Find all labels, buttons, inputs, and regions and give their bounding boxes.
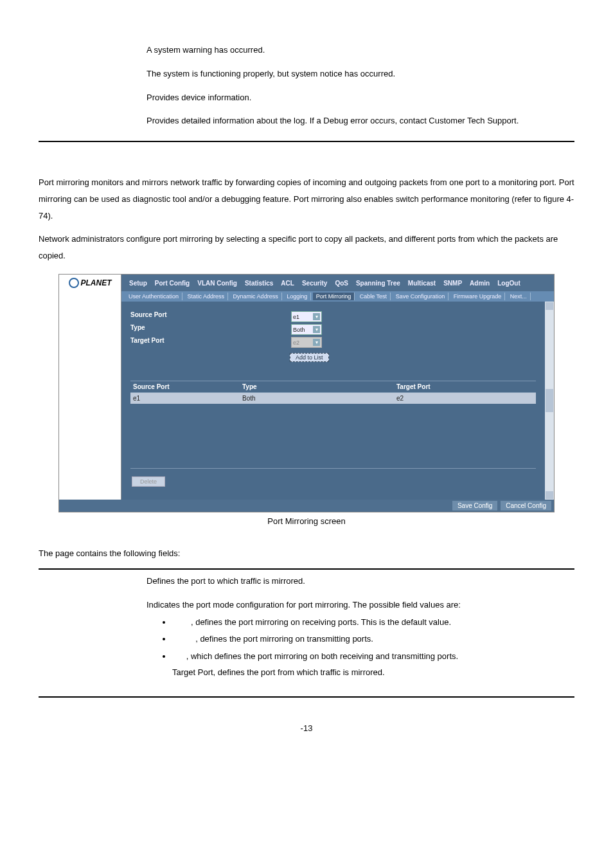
scroll-thumb[interactable] <box>546 389 553 412</box>
brand-logo: PLANET <box>59 275 121 291</box>
label-source-port: Source Port <box>130 311 291 322</box>
tab-item[interactable]: Next... <box>507 293 531 300</box>
tab-item[interactable]: Cable Test <box>357 293 391 300</box>
chevron-down-icon: ▾ <box>313 339 320 346</box>
intro-paragraph-2: Network administrators configure port mi… <box>39 231 574 264</box>
menu-item[interactable]: SNMP <box>443 280 462 287</box>
scroll-down-icon[interactable] <box>546 491 553 499</box>
bullet-tx: _____, defines the port mirroring on tra… <box>172 631 571 647</box>
tab-item[interactable]: Logging <box>283 293 311 300</box>
col-header-target: Target Port <box>396 383 536 390</box>
tab-item[interactable]: Static Address <box>184 293 229 300</box>
menu-item[interactable]: Port Config <box>155 280 190 287</box>
delete-button[interactable]: Delete <box>132 476 165 487</box>
label-type: Type <box>130 324 291 335</box>
fields-intro: The page contains the following fields: <box>39 545 574 562</box>
tab-item[interactable]: Firmware Upgrade <box>450 293 506 300</box>
col-header-type: Type <box>242 383 396 390</box>
severity-description-table: A system warning has occurred. The syste… <box>39 39 574 133</box>
cell-source: e1 <box>130 395 242 402</box>
bullet-rx: ____, defines the port mirroring on rece… <box>172 615 571 631</box>
page-number: -13 <box>39 723 574 733</box>
menu-item[interactable]: Multicast <box>408 280 436 287</box>
select-source-port[interactable]: e1▾ <box>291 311 322 322</box>
add-to-list-button[interactable]: Add to List <box>290 353 329 362</box>
row-desc: Defines the port to which traffic is mir… <box>143 570 574 593</box>
tab-item[interactable]: User Authentication <box>125 293 182 300</box>
menu-item[interactable]: LogOut <box>497 280 520 287</box>
chevron-down-icon: ▾ <box>313 313 320 320</box>
menu-item[interactable]: Security <box>302 280 327 287</box>
cell-target: e2 <box>396 395 536 402</box>
row-desc: A system warning has occurred. <box>143 39 574 62</box>
row-desc: Provides detailed information about the … <box>143 109 574 133</box>
cell-type: Both <box>242 395 396 402</box>
tab-item-active[interactable]: Port Mirroring <box>313 293 355 300</box>
mirror-list-row[interactable]: e1 Both e2 <box>130 393 536 404</box>
row-desc: Provides device information. <box>143 86 574 110</box>
row-desc: Indicates the port mode configuration fo… <box>143 593 574 689</box>
col-header-source: Source Port <box>130 383 242 390</box>
select-type[interactable]: Both▾ <box>291 324 322 335</box>
intro-paragraph-1: Port mirroring monitors and mirrors netw… <box>39 174 574 224</box>
field-defs-table: Defines the port to which traffic is mir… <box>39 570 574 688</box>
chevron-down-icon: ▾ <box>313 326 320 333</box>
admin-ui-screenshot: PLANET Setup Port Config VLAN Config Sta… <box>58 274 555 512</box>
select-target-port[interactable]: e2▾ <box>291 337 322 348</box>
menu-item[interactable]: QoS <box>335 280 348 287</box>
sub-tabs: User Authentication Static Address Dynam… <box>121 291 554 302</box>
cancel-config-button[interactable]: Cancel Config <box>501 501 551 511</box>
menu-item[interactable]: Spanning Tree <box>356 280 400 287</box>
scrollbar[interactable] <box>545 302 554 500</box>
scroll-up-icon[interactable] <box>546 302 553 310</box>
menu-item[interactable]: Setup <box>129 280 147 287</box>
figure-caption: Port Mirroring screen <box>39 516 574 526</box>
menu-item[interactable]: ACL <box>281 280 294 287</box>
bullet-both: ___, which defines the port mirroring on… <box>172 649 571 680</box>
label-target-port: Target Port <box>130 337 291 348</box>
menu-item[interactable]: Statistics <box>245 280 273 287</box>
brand-text: PLANET <box>81 278 112 287</box>
tab-item[interactable]: Save Configuration <box>393 293 449 300</box>
menu-item[interactable]: Admin <box>470 280 490 287</box>
top-menu: Setup Port Config VLAN Config Statistics… <box>121 275 554 291</box>
menu-item[interactable]: VLAN Config <box>197 280 237 287</box>
save-config-button[interactable]: Save Config <box>452 501 497 511</box>
tab-item[interactable]: Dynamic Address <box>230 293 282 300</box>
row-desc: The system is functioning properly, but … <box>143 62 574 86</box>
globe-icon <box>69 278 79 288</box>
